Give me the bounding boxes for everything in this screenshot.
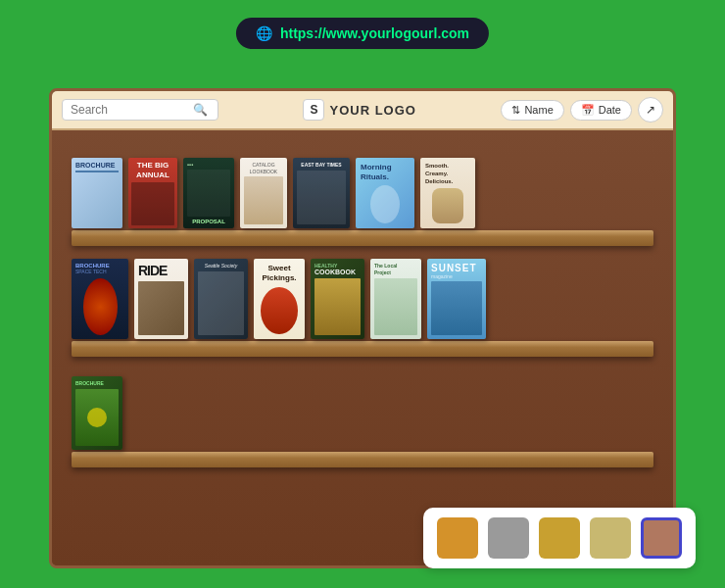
shelf-3-books: BROCHURE [72,357,653,450]
search-input[interactable] [71,103,188,117]
book-red-magazine[interactable]: THE BIG ANNUAL [128,158,177,228]
book-brochure1[interactable]: BROCHURE [72,158,122,228]
color-palette [423,508,696,568]
book-proposal[interactable]: ••• PROPOSAL [183,158,234,228]
book-sunset[interactable]: SUNSET magazine [427,259,486,339]
search-icon: 🔍 [193,103,208,117]
book-seattle-society[interactable]: Seattle Society [194,259,248,339]
book-green-brochure[interactable]: BROCHURE [72,376,122,450]
shelf-1-books: BROCHURE THE BIG ANNUAL ••• PROPOSAL [72,135,653,228]
book-smooth[interactable]: Smooth.Creamy.Delicious. [420,158,475,228]
toolbar-actions: ⇅ Name 📅 Date ↗ [501,97,663,122]
date-sort-button[interactable]: 📅 Date [570,100,632,121]
shelf-1: BROCHURE THE BIG ANNUAL ••• PROPOSAL [72,135,653,246]
globe-icon: 🌐 [256,25,272,41]
swatch-light-wood[interactable] [590,517,631,559]
swatch-golden-wood[interactable] [539,517,580,559]
shelf-board-3 [72,452,653,467]
book-newspaper[interactable]: EAST BAY TIMES [293,158,350,228]
url-text: https://www.yourlogourl.com [280,25,469,41]
date-label: Date [599,104,621,116]
shelf-3: BROCHURE [72,357,653,467]
search-box[interactable]: 🔍 [62,99,218,121]
shelves-area: BROCHURE THE BIG ANNUAL ••• PROPOSAL [52,130,673,565]
swatch-orange-wood[interactable] [437,517,478,559]
shelf-board-2 [72,341,653,357]
url-bar: 🌐 https://www.yourlogourl.com [236,18,489,49]
book-morning-rituals[interactable]: Morning Rituals. [356,158,414,228]
name-sort-button[interactable]: ⇅ Name [501,100,563,121]
calendar-icon: 📅 [581,104,595,117]
toolbar: 🔍 S YOUR LOGO ⇅ Name 📅 Date ↗ [52,91,673,130]
bookshelf: 🔍 S YOUR LOGO ⇅ Name 📅 Date ↗ B [49,88,676,568]
name-label: Name [524,104,553,116]
book-catalog[interactable]: CATALOGLOOKBOOK [240,158,287,228]
logo-letter: S [303,99,324,121]
swatch-reddish-wood[interactable] [641,517,682,559]
book-brochure2[interactable]: BROCHURE SPACE TECH [72,259,128,339]
book-local-project[interactable]: The LocalProject [370,259,421,339]
shelf-2-books: BROCHURE SPACE TECH RIDE Seattle Society… [72,246,653,339]
book-cookbook[interactable]: HEALTHY COOKBOOK [311,259,364,339]
share-button[interactable]: ↗ [638,97,663,122]
book-sweet-pickings[interactable]: SweetPickings. [254,259,305,339]
book-ride[interactable]: RIDE [134,259,188,339]
share-icon: ↗ [646,103,655,117]
logo-area: S YOUR LOGO [226,99,493,121]
swatch-gray-wood[interactable] [488,517,529,559]
logo-text: YOUR LOGO [329,103,415,118]
shelf-board-1 [72,230,653,246]
shelf-2: BROCHURE SPACE TECH RIDE Seattle Society… [72,246,653,357]
sort-icon: ⇅ [511,104,520,117]
